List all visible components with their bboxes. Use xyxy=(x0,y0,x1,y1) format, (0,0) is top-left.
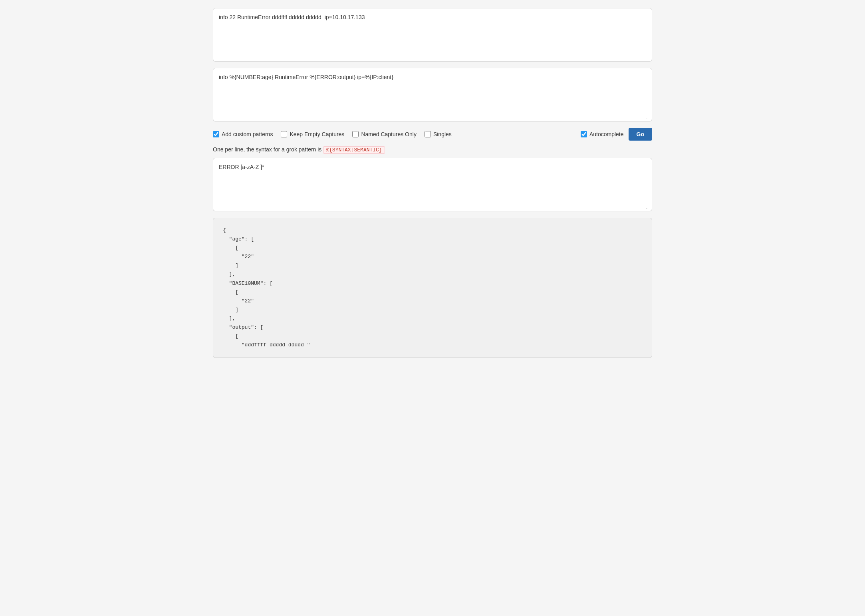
autocomplete-checkbox[interactable] xyxy=(581,131,587,137)
go-button[interactable]: Go xyxy=(629,128,652,141)
named-captures-only-checkbox[interactable] xyxy=(352,131,359,137)
main-container: info 22 RuntimeError dddffff ddddd ddddd… xyxy=(213,8,652,358)
keep-empty-captures-text: Keep Empty Captures xyxy=(290,131,344,137)
add-custom-patterns-text: Add custom patterns xyxy=(222,131,273,137)
syntax-hint-code: %{SYNTAX:SEMANTIC} xyxy=(323,146,385,154)
input-box-1: info 22 RuntimeError dddffff ddddd ddddd… xyxy=(213,8,652,62)
named-captures-only-label[interactable]: Named Captures Only xyxy=(352,131,417,137)
resize-handle-2: ⌞ xyxy=(645,115,650,119)
input-textarea-2[interactable]: info %{NUMBER:age} RuntimeError %{ERROR:… xyxy=(219,73,646,115)
add-custom-patterns-checkbox[interactable] xyxy=(213,131,219,137)
resize-handle-1: ⌞ xyxy=(645,55,650,60)
singles-checkbox[interactable] xyxy=(425,131,431,137)
add-custom-patterns-label[interactable]: Add custom patterns xyxy=(213,131,273,137)
resize-handle-3: ⌞ xyxy=(645,205,650,209)
singles-label[interactable]: Singles xyxy=(425,131,452,137)
custom-patterns-box: ERROR [a-zA-Z ]* ⌞ xyxy=(213,158,652,211)
singles-text: Singles xyxy=(433,131,452,137)
syntax-hint-prefix: One per line, the syntax for a grok patt… xyxy=(213,146,323,153)
autocomplete-label[interactable]: Autocomplete xyxy=(581,131,624,137)
named-captures-only-text: Named Captures Only xyxy=(361,131,417,137)
input-box-2: info %{NUMBER:age} RuntimeError %{ERROR:… xyxy=(213,68,652,121)
input-textarea-1[interactable]: info 22 RuntimeError dddffff ddddd ddddd… xyxy=(219,13,646,55)
syntax-hint: One per line, the syntax for a grok patt… xyxy=(213,146,652,153)
output-content: { "age": [ [ "22" ] ], "BASE10NUM": [ [ … xyxy=(223,226,642,350)
autocomplete-text: Autocomplete xyxy=(589,131,624,137)
controls-row: Add custom patterns Keep Empty Captures … xyxy=(213,128,652,141)
output-box: { "age": [ [ "22" ] ], "BASE10NUM": [ [ … xyxy=(213,218,652,358)
keep-empty-captures-checkbox[interactable] xyxy=(281,131,287,137)
keep-empty-captures-label[interactable]: Keep Empty Captures xyxy=(281,131,344,137)
custom-patterns-textarea[interactable]: ERROR [a-zA-Z ]* xyxy=(219,163,646,205)
right-controls: Autocomplete Go xyxy=(581,128,652,141)
